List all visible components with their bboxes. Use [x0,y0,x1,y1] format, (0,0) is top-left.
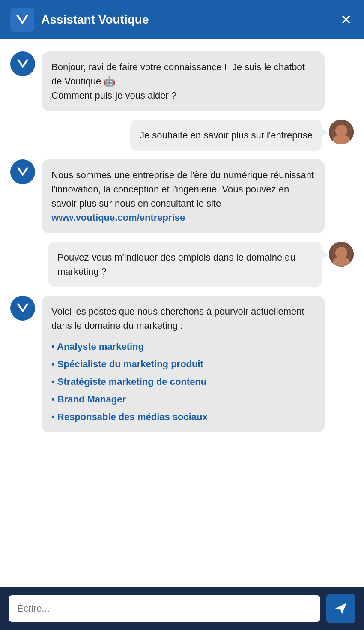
bot-bubble-1: Bonjour, ravi de faire votre connaissanc… [42,51,325,111]
bot-message-5: Voici les postes que nous cherchons à po… [10,296,354,432]
chat-input[interactable] [9,595,320,622]
job-link-5: Responsable des médias sociaux [57,411,208,422]
job-link-3: Stratégiste marketing de contenu [57,376,206,387]
job-item-3[interactable]: • Stratégiste marketing de contenu [51,375,315,389]
svg-marker-4 [17,304,28,312]
svg-marker-3 [17,168,28,176]
bot-avatar-3 [10,159,35,184]
job-item-5[interactable]: • Responsable des médias sociaux [51,410,315,424]
job-link-1: Analyste marketing [57,341,144,352]
job-link-2: Spécialiste du marketing produit [57,359,203,369]
bot-message-1: Bonjour, ravi de faire votre connaissanc… [10,51,354,111]
chat-container: Assistant Voutique ✕ Bonjour, ravi de fa… [0,0,364,630]
bot-message-1-text: Bonjour, ravi de faire votre connaissanc… [51,62,305,101]
job-item-1[interactable]: • Analyste marketing [51,339,315,354]
header-title: Assistant Voutique [41,13,332,27]
company-link[interactable]: www.voutique.com/entreprise [51,212,185,223]
user-bubble-2: Je souhaite en savoir plus sur l'entrepr… [130,120,322,151]
bot-message-3-text: Nous sommes une entreprise de l'ère du n… [51,170,314,209]
user-message-2-text: Je souhaite en savoir plus sur l'entrepr… [140,130,313,141]
bot-avatar-5 [10,296,35,321]
user-bubble-4: Pouvez-vous m'indiquer des emplois dans … [48,242,322,287]
send-button[interactable] [326,594,355,623]
job-item-4[interactable]: • Brand Manager [51,392,315,406]
bot-message-5-intro: Voici les postes que nous cherchons à po… [51,306,304,331]
chat-messages: Bonjour, ravi de faire votre connaissanc… [0,39,364,587]
user-message-2: Je souhaite en savoir plus sur l'entrepr… [10,120,354,151]
chat-header: Assistant Voutique ✕ [0,0,364,39]
user-avatar-2 [329,120,354,144]
chat-footer [0,587,364,630]
job-list: • Analyste marketing • Spécialiste du ma… [51,339,315,424]
close-button[interactable]: ✕ [339,11,354,28]
job-item-2[interactable]: • Spécialiste du marketing produit [51,357,315,371]
voutique-logo [10,8,34,32]
job-link-4: Brand Manager [57,394,126,405]
bot-bubble-3: Nous sommes une entreprise de l'ère du n… [42,159,325,233]
user-message-4-text: Pouvez-vous m'indiquer des emplois dans … [57,252,295,277]
user-avatar-4 [329,242,354,267]
bot-bubble-5: Voici les postes que nous cherchons à po… [42,296,325,432]
bot-avatar-1 [10,51,35,76]
bot-message-3: Nous sommes une entreprise de l'ère du n… [10,159,354,233]
user-message-4: Pouvez-vous m'indiquer des emplois dans … [10,242,354,287]
svg-marker-2 [17,60,28,68]
